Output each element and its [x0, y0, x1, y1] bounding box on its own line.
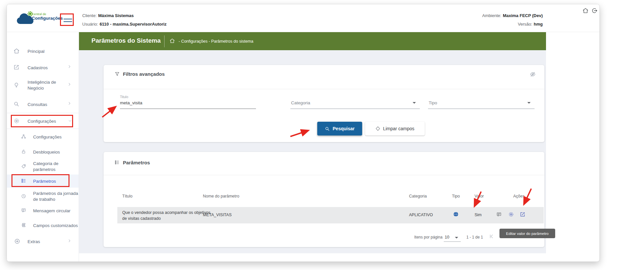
page-title: Parâmetros do Sistema	[91, 37, 161, 44]
hide-filters-button[interactable]	[530, 71, 536, 77]
list-icon	[21, 178, 26, 183]
sidebar-item-label: Campos customizados	[33, 223, 78, 228]
chevron-right-icon	[67, 64, 72, 69]
titlebar-divider	[164, 35, 165, 47]
sidebar-item-consultas[interactable]: Consultas	[7, 98, 79, 110]
sidebar-item-configuracoes[interactable]: Configurações	[7, 115, 79, 127]
tipo-select[interactable]	[428, 96, 535, 109]
comment-icon	[496, 212, 502, 217]
tooltip: Editar valor do parâmetro	[499, 229, 555, 238]
sidebar-item-sub-configuracoes[interactable]: Configurações	[7, 131, 79, 142]
page-title-bar: Parâmetros do Sistema - Configurações - …	[79, 32, 546, 50]
search-button-label: Pesquisar	[333, 126, 355, 131]
sidebar-item-label: Inteligência de	[28, 79, 56, 85]
main-content: Filtros avançados Titulo Categoria	[79, 50, 546, 253]
cell-nome: META_VISITAS	[203, 213, 232, 217]
first-page-button[interactable]	[489, 233, 495, 239]
page-size-value: 10	[445, 235, 449, 239]
chevron-right-icon	[67, 239, 72, 243]
column-header-tipo: Tipo	[452, 194, 460, 198]
sidebar-item-desbloqueios[interactable]: Desbloqueios	[7, 146, 79, 157]
environment-value: Maxima FECP (Dev)	[503, 13, 543, 18]
sidebar-item-label: Consultas	[28, 102, 47, 107]
home-icon	[13, 48, 20, 54]
logo-text-line2: Configurações	[32, 16, 63, 21]
message-icon	[21, 208, 26, 213]
search-button[interactable]: Pesquisar	[317, 122, 362, 135]
column-header-titulo: Título	[122, 194, 132, 198]
layers-icon	[21, 222, 26, 228]
edit-action-button[interactable]	[520, 212, 525, 217]
column-header-acoes: Ações	[513, 194, 525, 198]
categoria-select[interactable]	[290, 96, 420, 109]
clear-button-label: Limpar campos	[383, 126, 415, 131]
filter-icon	[114, 71, 120, 77]
bulb-icon	[13, 82, 19, 89]
list-icon	[114, 160, 120, 165]
sidebar-item-categoria-parametros[interactable]: Categoria de parâmetros	[7, 159, 79, 174]
version-value: hmg	[534, 22, 543, 27]
sidebar-item-mensagem-circular[interactable]: Mensagem circular	[7, 205, 79, 216]
titulo-input[interactable]	[120, 100, 254, 105]
environment-line: Ambiente: Maxima FECP (Dev)	[395, 12, 543, 18]
logout-button[interactable]	[592, 8, 598, 14]
sidebar-item-label2: Negócio	[28, 85, 44, 91]
chevron-down-icon	[68, 119, 72, 123]
sidebar-item-label: Configurações	[33, 134, 62, 140]
sidebar-item-campos-customizados[interactable]: Campos customizados	[7, 220, 79, 231]
home-icon	[169, 38, 175, 44]
sidebar-item-extras[interactable]: Extras	[7, 236, 79, 247]
globe-icon	[453, 211, 459, 217]
menu-toggle-button[interactable]	[62, 15, 74, 26]
titulo-field-label: Titulo	[120, 95, 128, 99]
table-row[interactable]: Que o vendedor possa acompanhar os objet…	[117, 207, 544, 223]
plus-circle-icon	[14, 238, 20, 244]
comment-action-button[interactable]	[496, 212, 502, 217]
categoria-dropdown-arrow-icon	[413, 102, 416, 104]
sidebar-item-parametros-jornada[interactable]: Parâmetros da jornada de trabalho	[7, 189, 79, 204]
app-root: Central de Configurações Cliente: Máxima…	[0, 0, 644, 270]
version-label: Versão:	[518, 22, 532, 27]
breadcrumb-home-button[interactable]	[169, 38, 175, 44]
sidebar-item-cadastros[interactable]: Cadastros	[7, 62, 79, 73]
page-size-select[interactable]: 10	[444, 233, 461, 242]
edit-square-icon	[13, 64, 19, 70]
cell-valor: Sim	[475, 213, 482, 217]
unlock-icon	[21, 149, 26, 154]
column-header-nome: Nome do parâmetro	[203, 194, 239, 198]
sidebar-nav: Principal Cadastros Inteligência de Negó…	[7, 32, 79, 262]
parameters-panel: Parâmetros Título Nome do parâmetro Cate…	[104, 152, 544, 247]
filters-panel: Filtros avançados Titulo Categoria	[104, 65, 544, 142]
sidebar-item-label2: de trabalho	[33, 197, 55, 202]
settings-action-button[interactable]	[508, 212, 514, 217]
sidebar-item-parametros[interactable]: Parâmetros	[7, 175, 79, 187]
hamburger-icon	[64, 19, 72, 19]
sidebar-item-label: Desbloqueios	[33, 149, 60, 155]
sidebar-divider	[7, 129, 79, 129]
client-value: Máxima Sistemas	[98, 13, 134, 18]
home-icon	[582, 8, 589, 14]
breadcrumb: - Configurações - Parâmetros do sistema	[179, 39, 253, 44]
clear-button[interactable]: Limpar campos	[365, 122, 425, 135]
chevron-right-icon	[67, 82, 72, 87]
filters-panel-title: Filtros avançados	[123, 71, 165, 77]
pagination-range: 1 - 1 de 1	[466, 235, 483, 239]
sidebar-item-label: Parâmetros da jornada	[33, 191, 78, 196]
sidebar-item-label: Parâmetros	[33, 178, 56, 184]
cell-titulo: Que o vendedor possa acompanhar os objet…	[122, 210, 211, 221]
eraser-icon	[376, 126, 380, 131]
column-header-valor: Valor	[475, 194, 484, 198]
sidebar-item-principal[interactable]: Principal	[7, 45, 79, 57]
sidebar-divider	[7, 113, 79, 113]
home-button[interactable]	[582, 8, 589, 14]
client-line: Cliente: Máxima Sistemas	[82, 12, 134, 18]
sidebar-item-inteligencia[interactable]: Inteligência de Negócio	[7, 78, 79, 93]
user-value: 6110 - maxima.SupervisorAutoriz	[100, 22, 166, 27]
tag-icon	[21, 164, 26, 169]
app-window: Central de Configurações Cliente: Máxima…	[7, 4, 600, 262]
gear-icon	[508, 212, 514, 217]
environment-label: Ambiente:	[482, 13, 501, 18]
app-header: Central de Configurações Cliente: Máxima…	[7, 4, 599, 32]
eye-off-icon	[530, 71, 536, 77]
cell-categoria: APLICATIVO	[409, 213, 433, 217]
